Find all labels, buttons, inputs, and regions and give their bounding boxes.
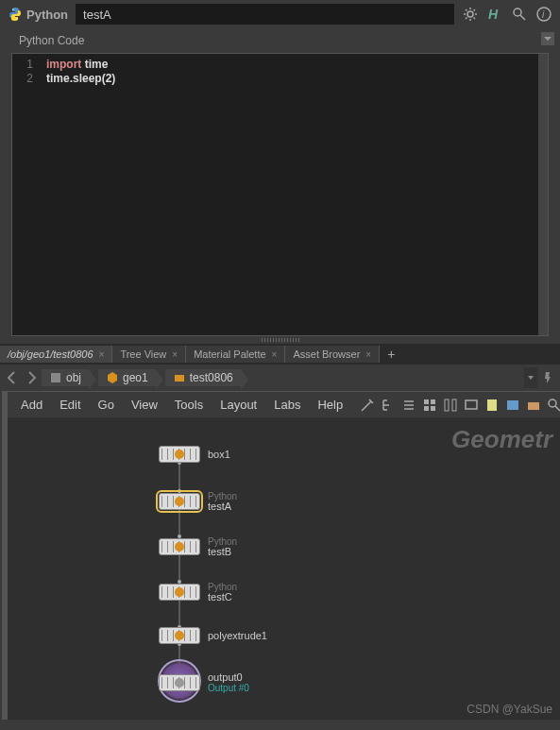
python-logo-icon bbox=[8, 7, 23, 22]
node-polyextrude1[interactable]: polyextrude1 bbox=[159, 627, 267, 644]
close-icon[interactable]: × bbox=[172, 349, 178, 360]
wires bbox=[8, 417, 560, 720]
geo-icon bbox=[106, 371, 119, 384]
obj-icon bbox=[49, 371, 62, 384]
columns-icon[interactable] bbox=[443, 398, 458, 413]
python-panel-header: Python H i bbox=[0, 0, 560, 28]
svg-rect-8 bbox=[51, 373, 60, 382]
crumb-geo1[interactable]: geo1 bbox=[98, 369, 156, 386]
svg-text:i: i bbox=[542, 9, 545, 20]
breadcrumb-dropdown-icon[interactable] bbox=[524, 367, 537, 388]
package-icon[interactable] bbox=[526, 398, 541, 413]
grid-icon[interactable] bbox=[422, 398, 437, 413]
close-icon[interactable]: × bbox=[365, 349, 371, 360]
close-icon[interactable]: × bbox=[99, 349, 105, 360]
crumb-test0806[interactable]: test0806 bbox=[165, 369, 241, 386]
menu-help[interactable]: Help bbox=[310, 394, 350, 416]
houdini-icon[interactable]: H bbox=[486, 6, 503, 23]
svg-rect-14 bbox=[445, 399, 449, 411]
code-section-label: Python Code bbox=[0, 28, 560, 53]
add-tab-button[interactable]: + bbox=[380, 345, 402, 364]
nav-back-icon[interactable] bbox=[4, 369, 21, 386]
screen-icon[interactable] bbox=[464, 398, 479, 413]
search-icon[interactable] bbox=[547, 398, 560, 413]
tab-path[interactable]: /obj/geo1/test0806 × bbox=[0, 346, 112, 363]
node-box1[interactable]: box1 bbox=[159, 446, 230, 463]
tab-tree-view[interactable]: Tree View × bbox=[112, 346, 186, 363]
node-testA[interactable]: PythontestA bbox=[159, 491, 237, 512]
svg-rect-19 bbox=[528, 402, 539, 410]
menu-layout[interactable]: Layout bbox=[212, 394, 264, 416]
network-view[interactable]: Geometr CSDN @YakSue box1 PythontestA Py… bbox=[2, 417, 560, 720]
context-label: Geometr bbox=[451, 425, 552, 454]
svg-point-0 bbox=[12, 8, 13, 9]
svg-line-21 bbox=[555, 406, 560, 411]
node-name-input[interactable] bbox=[76, 4, 454, 25]
crumb-obj[interactable]: obj bbox=[42, 369, 89, 386]
svg-rect-17 bbox=[487, 399, 497, 411]
svg-point-4 bbox=[514, 8, 521, 16]
watermark: CSDN @YakSue bbox=[467, 703, 552, 716]
svg-rect-11 bbox=[431, 399, 435, 404]
menu-go[interactable]: Go bbox=[91, 394, 122, 416]
menu-edit[interactable]: Edit bbox=[52, 394, 88, 416]
svg-point-1 bbox=[16, 18, 17, 19]
search-icon[interactable] bbox=[511, 6, 528, 23]
network-menu-bar: Add Edit Go View Tools Layout Labs Help bbox=[2, 391, 560, 417]
pin-icon[interactable] bbox=[539, 369, 556, 386]
gear-icon[interactable] bbox=[462, 6, 479, 23]
line-gutter: 1 2 bbox=[12, 54, 41, 335]
code-content[interactable]: import time time.sleep(2) bbox=[41, 54, 538, 335]
breadcrumb: obj geo1 test0806 bbox=[0, 365, 560, 391]
panel-divider[interactable] bbox=[0, 336, 560, 344]
svg-rect-9 bbox=[175, 375, 184, 382]
node-testC[interactable]: PythontestC bbox=[159, 582, 237, 603]
svg-rect-16 bbox=[466, 400, 477, 409]
box-icon bbox=[173, 371, 186, 384]
image-icon[interactable] bbox=[505, 398, 520, 413]
svg-point-20 bbox=[549, 399, 556, 407]
node-output0[interactable]: output0Output #0 bbox=[159, 672, 249, 693]
code-editor[interactable]: 1 2 import time time.sleep(2) bbox=[11, 53, 549, 336]
svg-text:H: H bbox=[488, 7, 499, 22]
svg-rect-18 bbox=[507, 400, 518, 410]
menu-view[interactable]: View bbox=[124, 394, 165, 416]
menu-tools[interactable]: Tools bbox=[167, 394, 211, 416]
svg-rect-10 bbox=[424, 399, 429, 404]
list-icon[interactable] bbox=[401, 398, 416, 413]
note-icon[interactable] bbox=[484, 398, 500, 413]
svg-rect-13 bbox=[431, 406, 435, 411]
tab-asset-browser[interactable]: Asset Browser × bbox=[285, 346, 380, 363]
svg-rect-12 bbox=[424, 406, 429, 411]
svg-rect-15 bbox=[452, 399, 456, 411]
tab-bar: /obj/geo1/test0806 × Tree View × Materia… bbox=[0, 344, 560, 365]
menu-labs[interactable]: Labs bbox=[266, 394, 308, 416]
tab-material-palette[interactable]: Material Palette × bbox=[186, 346, 285, 363]
info-icon[interactable]: i bbox=[535, 6, 552, 23]
menu-add[interactable]: Add bbox=[13, 394, 50, 416]
nav-forward-icon[interactable] bbox=[23, 369, 40, 386]
wand-icon[interactable] bbox=[360, 398, 375, 413]
tree-icon[interactable] bbox=[381, 398, 396, 413]
python-label: Python bbox=[26, 8, 68, 22]
code-dropdown-icon[interactable] bbox=[541, 32, 554, 45]
svg-point-2 bbox=[467, 11, 473, 17]
close-icon[interactable]: × bbox=[272, 349, 278, 360]
node-testB[interactable]: PythontestB bbox=[159, 536, 237, 557]
svg-line-5 bbox=[520, 15, 525, 20]
scrollbar-vertical[interactable] bbox=[538, 54, 548, 335]
